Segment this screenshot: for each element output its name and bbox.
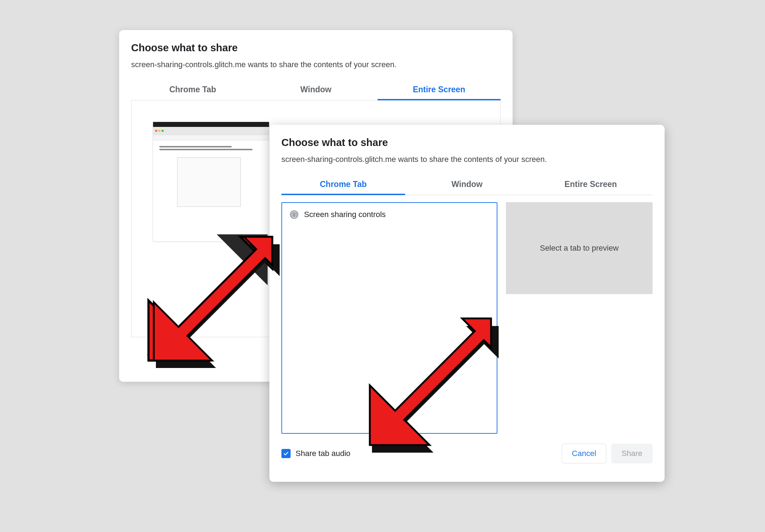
- tab-list-panel: Screen sharing controls: [281, 202, 497, 434]
- tab-preview-placeholder: Select a tab to preview: [506, 202, 653, 294]
- tab-entire-screen[interactable]: Entire Screen: [378, 80, 501, 100]
- share-source-tabs: Chrome Tab Window Entire Screen: [131, 80, 501, 100]
- dialog-title: Choose what to share: [281, 137, 653, 148]
- tab-window[interactable]: Window: [254, 80, 377, 100]
- globe-icon: [290, 210, 298, 219]
- tab-list-item[interactable]: Screen sharing controls: [290, 210, 489, 219]
- dialog-subtitle: screen-sharing-controls.glitch.me wants …: [131, 60, 501, 69]
- share-tab-audio-checkbox[interactable]: Share tab audio: [281, 449, 350, 458]
- dialog-title: Choose what to share: [131, 42, 501, 54]
- tab-list-item-label: Screen sharing controls: [304, 210, 386, 219]
- checkbox-icon: [281, 449, 291, 458]
- tab-chrome-tab[interactable]: Chrome Tab: [131, 80, 254, 100]
- tab-entire-screen[interactable]: Entire Screen: [529, 175, 653, 195]
- share-dialog-chrome-tab: Choose what to share screen-sharing-cont…: [269, 125, 665, 482]
- tab-window[interactable]: Window: [405, 175, 529, 195]
- screen-thumbnail[interactable]: [153, 122, 269, 242]
- share-source-tabs: Chrome Tab Window Entire Screen: [281, 175, 653, 195]
- dialog-subtitle: screen-sharing-controls.glitch.me wants …: [281, 155, 653, 164]
- share-tab-audio-label: Share tab audio: [296, 449, 350, 458]
- tab-chrome-tab[interactable]: Chrome Tab: [281, 175, 405, 195]
- share-button: Share: [611, 444, 653, 463]
- cancel-button[interactable]: Cancel: [562, 444, 606, 463]
